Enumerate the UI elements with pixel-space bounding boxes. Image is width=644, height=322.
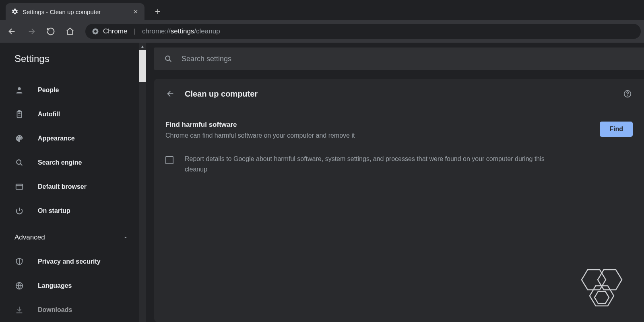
sidebar-item-label: Appearance xyxy=(38,135,75,142)
settings-sidebar: Settings People Autofill Appearance xyxy=(0,43,146,322)
sidebar-item-people[interactable]: People xyxy=(0,78,146,102)
svg-point-14 xyxy=(627,95,628,96)
settings-main: Clean up computer Find harmful software … xyxy=(146,43,644,322)
main-header xyxy=(146,43,644,75)
svg-marker-17 xyxy=(590,286,614,306)
sidebar-item-autofill[interactable]: Autofill xyxy=(0,102,146,126)
search-settings-box[interactable] xyxy=(154,47,644,70)
svg-point-2 xyxy=(18,87,21,90)
omnibox-origin: Chrome xyxy=(103,27,127,35)
svg-point-1 xyxy=(94,30,97,33)
home-button[interactable] xyxy=(61,23,79,40)
shield-icon xyxy=(14,257,24,266)
gear-icon xyxy=(11,8,19,15)
back-arrow-button[interactable] xyxy=(165,89,176,99)
tab-title: Settings - Clean up computer xyxy=(23,8,128,15)
forward-button[interactable] xyxy=(23,23,40,40)
watermark-logo xyxy=(568,266,628,310)
palette-icon xyxy=(14,134,24,143)
cleanup-card: Clean up computer Find harmful software … xyxy=(154,79,644,322)
svg-point-5 xyxy=(17,138,18,138)
sidebar-item-label: Default browser xyxy=(38,183,87,190)
find-heading: Find harmful software xyxy=(165,121,590,129)
find-harmful-row: Find harmful software Chrome can find ha… xyxy=(165,118,633,150)
clipboard-icon xyxy=(14,109,24,119)
sidebar-scrollbar-thumb[interactable] xyxy=(139,50,146,82)
power-icon xyxy=(14,206,24,216)
sidebar-item-languages[interactable]: Languages xyxy=(0,274,146,298)
card-title: Clean up computer xyxy=(185,89,258,99)
back-button[interactable] xyxy=(3,23,21,40)
sidebar-section-label: Advanced xyxy=(14,233,45,242)
download-icon xyxy=(14,305,24,315)
report-checkbox[interactable] xyxy=(165,156,173,164)
sidebar-item-label: Languages xyxy=(38,282,72,289)
find-subtext: Chrome can find harmful software on your… xyxy=(165,131,590,140)
person-icon xyxy=(14,85,24,95)
help-icon[interactable] xyxy=(622,89,633,99)
new-tab-button[interactable] xyxy=(151,5,165,19)
sidebar-item-label: Search engine xyxy=(38,159,82,166)
sidebar-item-label: Autofill xyxy=(38,111,60,118)
sidebar-item-downloads[interactable]: Downloads xyxy=(0,298,146,322)
browser-toolbar: Chrome | chrome://settings/cleanup xyxy=(0,20,644,43)
sidebar-item-label: On startup xyxy=(38,207,70,215)
svg-point-6 xyxy=(18,136,19,137)
sidebar-item-label: People xyxy=(38,87,59,94)
search-settings-input[interactable] xyxy=(182,55,634,63)
browser-icon xyxy=(14,182,24,192)
page-title: Settings xyxy=(0,43,146,75)
tab-strip: Settings - Clean up computer xyxy=(0,0,644,20)
search-icon xyxy=(14,158,24,167)
sidebar-item-privacy[interactable]: Privacy and security xyxy=(0,250,146,274)
scrollbar-up-arrow[interactable]: ▲ xyxy=(139,43,146,50)
report-text: Report details to Google about harmful s… xyxy=(185,154,555,174)
find-button[interactable]: Find xyxy=(600,122,633,137)
settings-page: Settings People Autofill Appearance xyxy=(0,43,644,322)
svg-point-9 xyxy=(17,160,21,164)
svg-point-7 xyxy=(20,136,21,137)
omnibox-separator: | xyxy=(131,27,138,35)
svg-point-8 xyxy=(21,138,21,138)
chrome-badge-icon xyxy=(92,28,99,35)
svg-rect-10 xyxy=(16,184,23,190)
svg-rect-4 xyxy=(18,111,21,112)
omnibox-url-scheme: chrome:// xyxy=(142,27,171,35)
sidebar-item-on-startup[interactable]: On startup xyxy=(0,199,146,223)
close-icon[interactable] xyxy=(132,8,139,15)
svg-marker-18 xyxy=(594,291,609,303)
globe-icon xyxy=(14,281,24,291)
sidebar-section-advanced[interactable]: Advanced xyxy=(0,225,146,250)
sidebar-item-default-browser[interactable]: Default browser xyxy=(0,175,146,199)
sidebar-item-label: Downloads xyxy=(38,306,72,314)
omnibox-url-path: /cleanup xyxy=(194,27,220,35)
search-icon xyxy=(164,54,173,63)
reload-button[interactable] xyxy=(42,23,60,40)
sidebar-scrollbar-track[interactable]: ▲ xyxy=(139,43,146,322)
chevron-up-icon xyxy=(123,235,128,240)
browser-tab[interactable]: Settings - Clean up computer xyxy=(6,3,144,20)
sidebar-item-search-engine[interactable]: Search engine xyxy=(0,151,146,175)
address-bar[interactable]: Chrome | chrome://settings/cleanup xyxy=(85,24,641,39)
report-row: Report details to Google about harmful s… xyxy=(165,150,633,174)
sidebar-item-appearance[interactable]: Appearance xyxy=(0,126,146,151)
omnibox-url-host: settings xyxy=(171,27,194,35)
svg-point-12 xyxy=(165,56,170,60)
sidebar-item-label: Privacy and security xyxy=(38,258,101,265)
